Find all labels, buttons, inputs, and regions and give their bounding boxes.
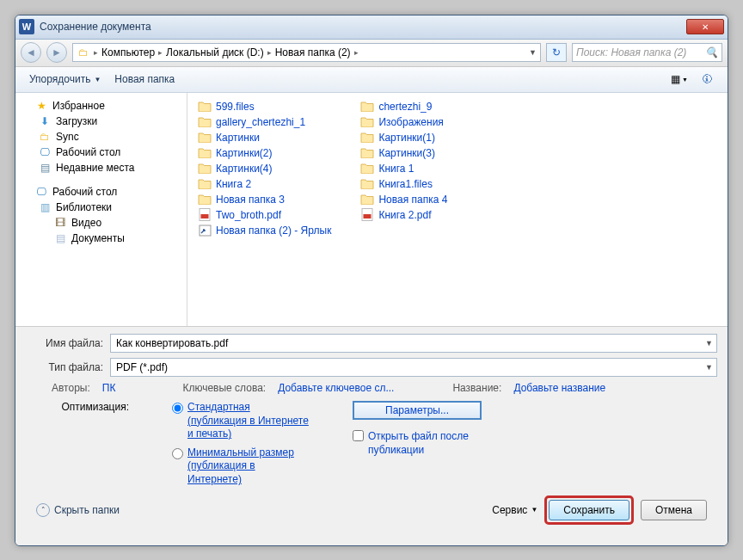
sidebar-item-libraries[interactable]: ▥Библиотеки [19, 200, 183, 215]
breadcrumb-segment[interactable]: Компьютер [101, 46, 155, 58]
chevron-down-icon: ▼ [94, 76, 101, 83]
parameters-button[interactable]: Параметры... [353, 401, 482, 420]
file-name: Изображения [378, 116, 443, 128]
file-name: 599.files [216, 101, 255, 113]
folder-icon [360, 163, 374, 175]
radio-input[interactable] [172, 403, 183, 414]
authors-value[interactable]: ПК [102, 382, 116, 394]
sidebar-favorites[interactable]: ★ Избранное [19, 98, 183, 114]
sidebar-item-recent[interactable]: ▤Недавние места [19, 160, 183, 175]
folder-icon [360, 194, 374, 206]
file-item[interactable]: Новая папка 4 [359, 193, 449, 206]
file-name: Новая папка 4 [378, 194, 447, 206]
file-item[interactable]: gallery_chertezhi_1 [196, 115, 333, 129]
sidebar-item-downloads[interactable]: ⬇Загрузки [19, 114, 183, 129]
file-item[interactable]: Новая папка (2) - Ярлык [196, 224, 333, 237]
refresh-button[interactable]: ↻ [546, 43, 567, 62]
search-input[interactable]: Поиск: Новая папка (2) 🔍 [572, 43, 722, 62]
word-icon: W [19, 19, 34, 34]
file-name: Книга1.files [378, 178, 432, 190]
sidebar-item-sync[interactable]: 🗀Sync [19, 129, 183, 145]
document-icon: ▤ [53, 232, 67, 244]
sidebar-item-video[interactable]: 🎞Видео [19, 215, 183, 231]
chevron-up-icon: ˄ [36, 503, 50, 517]
save-highlight: Сохранить [544, 495, 634, 525]
close-button[interactable]: ✕ [686, 19, 724, 34]
nav-bar: ◄ ► 🗀 ▸ Компьютер ▸ Локальный диск (D:) … [15, 40, 728, 67]
file-item[interactable]: Новая папка 3 [196, 193, 333, 206]
folder-icon [198, 163, 212, 175]
file-item[interactable]: Two_broth.pdf [196, 208, 333, 222]
chevron-down-icon[interactable]: ▼ [705, 339, 713, 348]
search-placeholder: Поиск: Новая папка (2) [576, 46, 686, 58]
desktop-icon: 🖵 [34, 186, 48, 198]
filename-input[interactable]: Как конвертировать.pdf▼ [110, 334, 717, 353]
file-name: Новая папка 3 [216, 194, 285, 206]
search-icon: 🔍 [705, 46, 718, 58]
cancel-button[interactable]: Отмена [641, 500, 707, 520]
filetype-select[interactable]: PDF (*.pdf)▼ [110, 358, 717, 377]
title-value[interactable]: Добавьте название [513, 382, 605, 394]
file-item[interactable]: Картинки(3) [359, 146, 449, 160]
svg-rect-1 [201, 214, 209, 218]
recent-icon: ▤ [38, 162, 52, 174]
breadcrumb-segment[interactable]: Локальный диск (D:) [166, 46, 264, 58]
forward-button[interactable]: ► [46, 42, 67, 63]
folder-icon [360, 178, 374, 190]
keywords-value[interactable]: Добавьте ключевое сл... [278, 382, 394, 394]
footer: ˄ Скрыть папки Сервис▼ Сохранить Отмена [26, 487, 717, 535]
folder-icon [198, 147, 212, 159]
chevron-right-icon: ▸ [158, 48, 163, 57]
file-item[interactable]: 599.files [196, 100, 333, 114]
service-button[interactable]: Сервис▼ [492, 504, 537, 516]
sidebar: ★ Избранное ⬇Загрузки 🗀Sync 🖵Рабочий сто… [15, 93, 187, 326]
sidebar-desktop-root[interactable]: 🖵 Рабочий стол [19, 184, 183, 200]
desktop-icon: 🖵 [38, 146, 52, 158]
file-item[interactable]: Книга 2 [196, 177, 333, 191]
chevron-down-icon: ▼ [531, 506, 537, 514]
file-item[interactable]: Книга1.files [359, 177, 449, 191]
file-item[interactable]: Картинки [196, 131, 333, 145]
optimize-standard-radio[interactable]: Стандартная (публикация в Интернете и пе… [172, 401, 310, 441]
chevron-down-icon[interactable]: ▼ [705, 363, 713, 372]
breadcrumb[interactable]: 🗀 ▸ Компьютер ▸ Локальный диск (D:) ▸ Но… [72, 43, 541, 62]
file-item[interactable]: Книга 2.pdf [359, 208, 449, 222]
save-dialog: W Сохранение документа ✕ ◄ ► 🗀 ▸ Компьют… [15, 15, 728, 546]
file-name: Картинки(1) [378, 132, 435, 144]
organize-button[interactable]: Упорядочить▼ [22, 71, 107, 88]
file-item[interactable]: Картинки(2) [196, 146, 333, 160]
open-after-checkbox[interactable]: Открыть файл после публикации [353, 430, 490, 457]
save-button[interactable]: Сохранить [549, 500, 629, 520]
sidebar-item-documents[interactable]: ▤Документы [19, 231, 183, 246]
breadcrumb-segment[interactable]: Новая папка (2) [275, 46, 351, 58]
view-icon: ▦ [671, 73, 680, 85]
hide-folders-button[interactable]: ˄ Скрыть папки [36, 503, 120, 517]
filetype-label: Тип файла: [26, 361, 103, 373]
file-item[interactable]: Изображения [359, 115, 449, 129]
folder-icon [360, 147, 374, 159]
checkbox-input[interactable] [353, 430, 364, 441]
chevron-right-icon: ▸ [267, 48, 272, 57]
folder-icon [198, 132, 212, 144]
file-item[interactable]: chertezhi_9 [359, 100, 449, 114]
help-button[interactable]: 🛈 [693, 70, 721, 89]
file-item[interactable]: Картинки(1) [359, 131, 449, 145]
chevron-down-icon[interactable]: ▼ [529, 48, 537, 57]
optimize-label: Оптимизация: [52, 401, 129, 413]
folder-icon [198, 194, 212, 206]
libraries-icon: ▥ [38, 201, 52, 213]
optimize-minimum-radio[interactable]: Минимальный размер (публикация в Интерне… [172, 446, 310, 487]
view-button[interactable]: ▦▼ [666, 70, 693, 89]
file-name: Картинки [216, 132, 260, 144]
chevron-right-icon: ▸ [354, 48, 359, 57]
file-item[interactable]: Книга 1 [359, 162, 449, 175]
file-name: chertezhi_9 [378, 101, 432, 113]
back-button[interactable]: ◄ [21, 42, 41, 63]
pdf-icon [360, 209, 374, 221]
new-folder-button[interactable]: Новая папка [107, 71, 181, 88]
sidebar-item-desktop[interactable]: 🖵Рабочий стол [19, 145, 183, 160]
file-list: 599.filesgallery_chertezhi_1КартинкиКарт… [187, 93, 728, 326]
body: ★ Избранное ⬇Загрузки 🗀Sync 🖵Рабочий сто… [15, 93, 728, 326]
file-item[interactable]: Картинки(4) [196, 162, 333, 175]
radio-input[interactable] [172, 448, 183, 459]
